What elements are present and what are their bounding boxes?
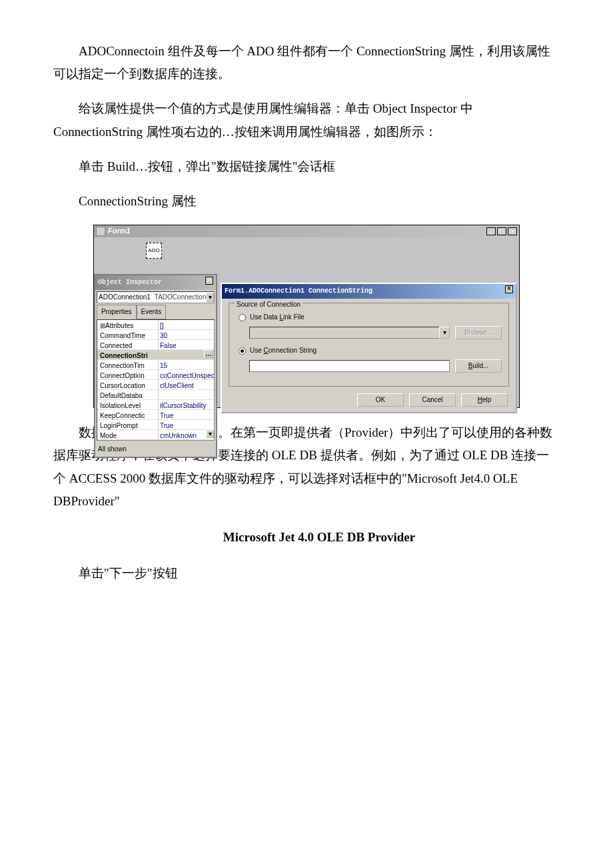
prop-val[interactable]: [] xyxy=(159,320,214,329)
prop-val[interactable]: cmUnknown xyxy=(159,430,206,439)
cancel-button[interactable]: Cancel xyxy=(409,393,456,407)
property-row[interactable]: CommandTime30 xyxy=(97,330,214,340)
prop-key: ConnectOption xyxy=(97,370,159,379)
property-row[interactable]: DefaultDataba xyxy=(97,390,214,400)
object-inspector: Object Inspector × ADOConnection1 TADOCo… xyxy=(94,274,217,458)
radio-icon xyxy=(239,347,246,355)
form1-titlebar: Form1 _ □ × xyxy=(94,225,519,237)
prop-key: ConnectionStri xyxy=(97,350,159,359)
tab-events[interactable]: Events xyxy=(137,305,167,319)
prop-val[interactable]: ilCursorStability xyxy=(159,400,214,409)
property-row[interactable]: ModecmUnknown▾ xyxy=(97,430,214,440)
component-combo[interactable]: ADOConnection1 TADOConnection ▾ xyxy=(97,291,215,303)
data-link-file-input xyxy=(249,327,440,339)
connection-string-row: Build... xyxy=(249,359,502,373)
property-row[interactable]: ConnectOptioncoConnectUnspecifi xyxy=(97,370,214,380)
prop-key: Mode xyxy=(97,430,159,439)
build-button[interactable]: Build... xyxy=(455,359,502,373)
prop-key: ⊞Attributes xyxy=(97,320,159,329)
close-button[interactable]: × xyxy=(508,227,517,235)
prop-val[interactable]: True xyxy=(159,420,214,429)
radio-use-data-link-file[interactable]: Use Data Link File xyxy=(239,311,502,323)
dialog-body: Source of Connection Use Data Link File … xyxy=(222,299,516,412)
inspector-titlebar: Object Inspector × xyxy=(95,275,216,290)
property-row[interactable]: LoginPromptTrue xyxy=(97,420,214,430)
property-row[interactable]: ConnectionTim15 xyxy=(97,360,214,370)
form-icon xyxy=(96,227,105,236)
group-legend: Source of Connection xyxy=(235,299,303,311)
component-name: ADOConnection1 xyxy=(97,291,152,303)
radio-label: Use Connection String xyxy=(250,345,316,357)
prop-val[interactable]: coConnectUnspecifi xyxy=(159,370,214,379)
combo-dropdown-icon[interactable]: ▾ xyxy=(206,293,214,302)
connection-string-input[interactable] xyxy=(249,360,450,372)
ellipsis-button[interactable]: … xyxy=(204,350,213,358)
radio-use-connection-string[interactable]: Use Connection String xyxy=(239,345,502,357)
form-canvas: ADO www.bdocx.com Object Inspector × ADO… xyxy=(94,237,519,407)
tab-properties[interactable]: Properties xyxy=(97,305,137,319)
minimize-button[interactable]: _ xyxy=(486,227,496,235)
prop-val[interactable]: True xyxy=(159,410,214,419)
paragraph: 单击 Build…按钮，弹出"数据链接属性"会话框 xyxy=(53,155,560,178)
prop-key: CommandTime xyxy=(97,330,159,339)
prop-key: CursorLocation xyxy=(97,380,159,389)
inspector-close-button[interactable]: × xyxy=(205,277,213,285)
property-row[interactable]: CursorLocationclUseClient xyxy=(97,380,214,390)
prop-key: IsolationLevel xyxy=(97,400,159,409)
ok-button[interactable]: OK xyxy=(357,393,404,407)
prop-val[interactable]: False xyxy=(159,340,214,349)
prop-key: KeepConnectic xyxy=(97,410,159,419)
property-row[interactable]: IsolationLevelilCursorStability xyxy=(97,400,214,410)
property-row[interactable]: ⊞Attributes[] xyxy=(97,320,214,330)
adoconnection-component[interactable]: ADO xyxy=(146,243,162,259)
property-table: ⊞Attributes[] CommandTime30 ConnectedFal… xyxy=(97,319,215,441)
status-all-shown: All shown xyxy=(95,442,216,457)
property-row-connectionstring[interactable]: ConnectionStri… xyxy=(97,350,214,360)
component-class: TADOConnection xyxy=(152,291,207,303)
property-row[interactable]: KeepConnecticTrue xyxy=(97,410,214,420)
screenshot-form1: Form1 _ □ × ADO www.bdocx.com Object Ins… xyxy=(93,225,520,408)
paragraph: 给该属性提供一个值的方式是使用属性编辑器：单击 Object Inspector… xyxy=(53,97,560,143)
paragraph: ADOConnectoin 组件及每一个 ADO 组件都有一个 Connecti… xyxy=(53,40,560,85)
inspector-title: Object Inspector xyxy=(98,277,162,289)
dropdown-icon: ▾ xyxy=(439,327,450,339)
radio-icon xyxy=(239,314,246,321)
prop-val[interactable]: 15 xyxy=(159,360,214,369)
data-link-file-row: ▾ Browse... xyxy=(249,326,502,339)
prop-key: ConnectionTim xyxy=(97,360,159,369)
section-heading: Microsoft Jet 4.0 OLE DB Provider xyxy=(53,526,560,549)
help-button[interactable]: Help xyxy=(461,393,508,407)
window-buttons: _ □ × xyxy=(486,227,517,235)
prop-key: DefaultDataba xyxy=(97,390,159,399)
dropdown-icon[interactable]: ▾ xyxy=(206,430,214,438)
connectionstring-dialog: Form1.ADOConnection1 ConnectionString × … xyxy=(221,283,517,413)
property-row[interactable]: ConnectedFalse xyxy=(97,340,214,350)
prop-val[interactable]: clUseClient xyxy=(159,380,214,389)
prop-val[interactable] xyxy=(159,390,214,399)
source-of-connection-group: Source of Connection Use Data Link File … xyxy=(229,303,509,387)
paragraph: 单击"下一步"按钮 xyxy=(53,562,560,585)
prop-val[interactable]: 30 xyxy=(159,330,214,339)
dialog-title: Form1.ADOConnection1 ConnectionString xyxy=(225,285,372,297)
paragraph: ConnectionString 属性 xyxy=(53,190,560,213)
prop-key: Connected xyxy=(97,340,159,349)
dialog-titlebar: Form1.ADOConnection1 ConnectionString × xyxy=(222,284,516,299)
dialog-close-button[interactable]: × xyxy=(505,285,513,293)
radio-label: Use Data Link File xyxy=(250,311,305,323)
prop-val[interactable] xyxy=(159,350,204,359)
browse-button: Browse... xyxy=(455,326,502,339)
maximize-button[interactable]: □ xyxy=(497,227,506,235)
form1-title: Form1 xyxy=(108,225,486,238)
dialog-button-row: OK Cancel Help xyxy=(229,393,509,407)
inspector-tabs: Properties Events xyxy=(97,305,215,319)
prop-key: LoginPrompt xyxy=(97,420,159,429)
